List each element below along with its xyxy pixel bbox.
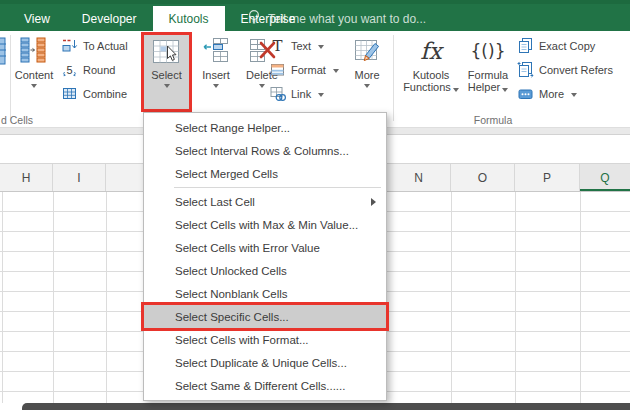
- select-label: Select: [151, 69, 182, 81]
- convert-refers-icon: [517, 61, 534, 80]
- content-button[interactable]: Content: [8, 33, 60, 111]
- format-button[interactable]: Format: [269, 60, 339, 80]
- convert-refers-button[interactable]: Convert Refers: [517, 60, 613, 80]
- chevron-down-icon: [164, 84, 170, 88]
- svg-text:5: 5: [66, 63, 72, 75]
- chevron-down-icon: [502, 88, 508, 92]
- tab-view[interactable]: View: [8, 6, 66, 31]
- kutools-functions-label-2: Functions: [403, 81, 459, 93]
- menu-separator: [174, 187, 381, 188]
- chevron-down-icon: [571, 93, 577, 97]
- menu-item-select-specific-cells-highlighted[interactable]: Select Specific Cells...: [144, 305, 386, 328]
- chevron-down-icon: [364, 84, 370, 88]
- select-dropdown-menu: Select Range Helper... Select Interval R…: [143, 112, 387, 401]
- gridline: [53, 192, 54, 403]
- link-icon: [269, 85, 286, 104]
- exact-copy-label: Exact Copy: [539, 40, 595, 52]
- gridline: [2, 192, 3, 403]
- menu-item-select-cells-with-format[interactable]: Select Cells with Format...: [144, 328, 386, 351]
- text-icon: T: [269, 37, 286, 56]
- lightbulb-icon: [247, 9, 261, 29]
- group-label-formula: Formula: [465, 114, 521, 126]
- gridline: [451, 192, 452, 403]
- chevron-down-icon: [318, 93, 324, 97]
- gridline: [580, 192, 581, 403]
- chevron-down-icon: [453, 88, 459, 92]
- content-icon: [19, 33, 49, 69]
- round-label: Round: [83, 64, 115, 76]
- svg-text:fx: fx: [420, 38, 445, 64]
- menu-item-select-last-cell[interactable]: Select Last Cell: [144, 190, 386, 213]
- more-cells-button[interactable]: More: [346, 33, 388, 111]
- more-cells-label: More: [354, 69, 379, 81]
- more-formula-button[interactable]: More: [517, 84, 577, 104]
- format-icon: [269, 61, 286, 80]
- chevron-down-icon: [333, 69, 339, 73]
- exact-copy-icon: [517, 37, 534, 56]
- menu-item-select-cells-error-value[interactable]: Select Cells with Error Value: [144, 236, 386, 259]
- text-button[interactable]: T Text: [269, 36, 324, 56]
- content-label: Content: [15, 69, 54, 81]
- select-icon: [152, 35, 182, 69]
- tab-kutools[interactable]: Kutools: [153, 6, 225, 31]
- to-actual-label: To Actual: [83, 40, 128, 52]
- group-divider: [393, 35, 394, 121]
- formula-helper-label-1: Formula: [468, 69, 508, 81]
- fx-icon: fx: [414, 33, 448, 69]
- select-button-annotation[interactable]: Select: [141, 32, 192, 112]
- svg-text:T: T: [272, 37, 282, 54]
- menu-item-select-unlocked-cells[interactable]: Select Unlocked Cells: [144, 259, 386, 282]
- insert-icon: [202, 33, 230, 69]
- kutools-functions-button[interactable]: fx Kutools Functions: [402, 33, 460, 111]
- text-label: Text: [291, 40, 311, 52]
- combine-button[interactable]: Combine: [61, 84, 127, 104]
- menu-item-select-range-helper[interactable]: Select Range Helper...: [144, 116, 386, 139]
- more-ellipsis-icon: [517, 85, 534, 104]
- column-header-p[interactable]: P: [515, 164, 580, 191]
- formula-helper-icon: {()}: [468, 33, 508, 69]
- chevron-down-icon: [213, 84, 219, 88]
- svg-text:{()}: {()}: [471, 41, 506, 61]
- clipped-button-icon: [0, 35, 7, 71]
- menu-item-select-merged-cells[interactable]: Select Merged Cells: [144, 162, 386, 185]
- insert-button[interactable]: Insert: [196, 33, 236, 111]
- chevron-down-icon: [318, 45, 324, 49]
- tell-me-box[interactable]: Tell me what you want to do...: [247, 6, 426, 31]
- more-formula-label: More: [539, 88, 564, 100]
- column-header-q-selected[interactable]: Q: [580, 164, 630, 191]
- menu-item-select-cells-max-min[interactable]: Select Cells with Max & Min Value...: [144, 213, 386, 236]
- to-actual-button[interactable]: To Actual: [61, 36, 128, 56]
- menu-item-select-same-different-cells[interactable]: Select Same & Different Cells......: [144, 374, 386, 397]
- round-icon: 5: [61, 61, 78, 80]
- convert-refers-label: Convert Refers: [539, 64, 613, 76]
- kutools-functions-label-1: Kutools: [413, 69, 450, 81]
- exact-copy-button[interactable]: Exact Copy: [517, 36, 595, 56]
- more-grid-pencil-icon: [352, 33, 382, 69]
- tell-me-text: Tell me what you want to do...: [268, 12, 426, 26]
- insert-label: Insert: [202, 69, 230, 81]
- link-button[interactable]: Link: [269, 84, 324, 104]
- gridline: [106, 192, 107, 403]
- column-header-i[interactable]: I: [53, 164, 106, 191]
- menu-item-select-nonblank-cells[interactable]: Select Nonblank Cells: [144, 282, 386, 305]
- window-bottom-edge: [22, 403, 630, 410]
- to-actual-icon: [61, 37, 78, 56]
- link-label: Link: [291, 88, 311, 100]
- group-label-cells: d Cells: [1, 114, 33, 126]
- column-header-o[interactable]: O: [451, 164, 515, 191]
- round-button[interactable]: 5 Round: [61, 60, 115, 80]
- combine-label: Combine: [83, 88, 127, 100]
- formula-helper-button[interactable]: {()} Formula Helper: [462, 33, 514, 111]
- chevron-down-icon: [259, 84, 265, 88]
- format-label: Format: [291, 64, 326, 76]
- column-header-h[interactable]: H: [0, 164, 53, 191]
- excel-kutools-screenshot: View Developer Kutools Enterprise Tell m…: [0, 0, 630, 410]
- ribbon-tab-bar: View Developer Kutools Enterprise Tell m…: [0, 0, 630, 31]
- menu-item-select-duplicate-unique-cells[interactable]: Select Duplicate & Unique Cells...: [144, 351, 386, 374]
- column-header-n[interactable]: N: [387, 164, 451, 191]
- chevron-down-icon: [31, 84, 37, 88]
- formula-helper-label-2: Helper: [468, 81, 508, 93]
- tab-developer[interactable]: Developer: [66, 6, 153, 31]
- menu-item-select-interval-rows-columns[interactable]: Select Interval Rows & Columns...: [144, 139, 386, 162]
- column-header-partial[interactable]: [106, 164, 143, 191]
